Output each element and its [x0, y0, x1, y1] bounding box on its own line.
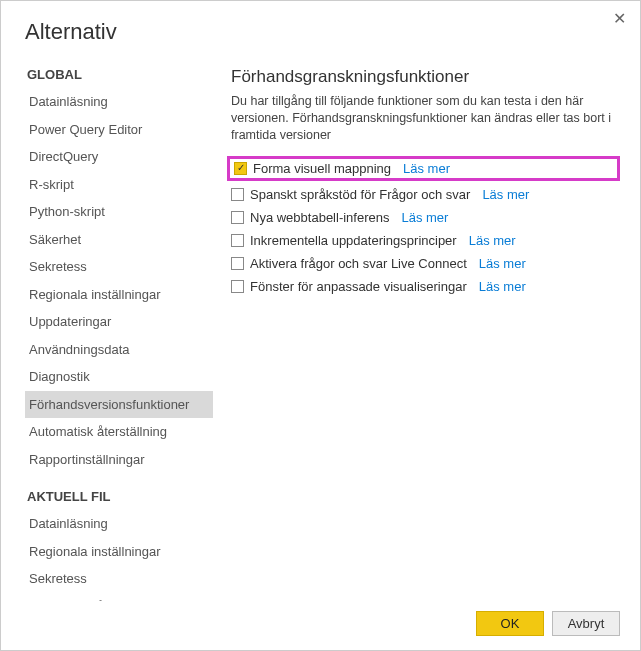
feature-row: ✓Forma visuell mappningLäs mer — [227, 156, 620, 181]
feature-checkbox[interactable] — [231, 211, 244, 224]
sidebar-item[interactable]: Sekretess — [25, 565, 213, 593]
feature-label: Spanskt språkstöd för Frågor och svar — [250, 187, 470, 202]
sidebar-item[interactable]: DirectQuery — [25, 143, 213, 171]
sidebar-list: DatainläsningRegionala inställningarSekr… — [25, 510, 213, 601]
sidebar-item[interactable]: Sekretess — [25, 253, 213, 281]
sidebar-section-header: GLOBAL — [25, 67, 213, 82]
feature-label: Forma visuell mappning — [253, 161, 391, 176]
feature-checkbox[interactable]: ✓ — [234, 162, 247, 175]
feature-row: Fönster för anpassade visualiseringarLäs… — [231, 275, 620, 298]
learn-more-link[interactable]: Läs mer — [482, 187, 529, 202]
feature-checkbox[interactable] — [231, 188, 244, 201]
sidebar-item[interactable]: Förhandsversionsfunktioner — [25, 391, 213, 419]
sidebar-item[interactable]: Säkerhet — [25, 226, 213, 254]
sidebar-item[interactable]: Datainläsning — [25, 88, 213, 116]
dialog-body: GLOBALDatainläsningPower Query EditorDir… — [25, 67, 620, 601]
feature-list: ✓Forma visuell mappningLäs merSpanskt sp… — [231, 156, 620, 298]
sidebar-item[interactable]: Diagnostik — [25, 363, 213, 391]
options-dialog: ✕ Alternativ GLOBALDatainläsningPower Qu… — [1, 1, 640, 650]
content-pane: Förhandsgranskningsfunktioner Du har til… — [213, 67, 620, 601]
sidebar-list: DatainläsningPower Query EditorDirectQue… — [25, 88, 213, 473]
feature-checkbox[interactable] — [231, 234, 244, 247]
dialog-footer: OK Avbryt — [25, 611, 620, 636]
learn-more-link[interactable]: Läs mer — [479, 256, 526, 271]
feature-label: Aktivera frågor och svar Live Connect — [250, 256, 467, 271]
sidebar-item[interactable]: R-skript — [25, 171, 213, 199]
sidebar: GLOBALDatainläsningPower Query EditorDir… — [25, 67, 213, 601]
cancel-button[interactable]: Avbryt — [552, 611, 620, 636]
feature-row: Aktivera frågor och svar Live ConnectLäs… — [231, 252, 620, 275]
sidebar-item[interactable]: Power Query Editor — [25, 116, 213, 144]
feature-label: Inkrementella uppdateringsprinciper — [250, 233, 457, 248]
sidebar-item[interactable]: Datainläsning — [25, 510, 213, 538]
feature-label: Fönster för anpassade visualiseringar — [250, 279, 467, 294]
dialog-title: Alternativ — [25, 19, 620, 45]
feature-checkbox[interactable] — [231, 280, 244, 293]
sidebar-item[interactable]: Python-skript — [25, 198, 213, 226]
sidebar-item[interactable]: Regionala inställningar — [25, 281, 213, 309]
ok-button[interactable]: OK — [476, 611, 544, 636]
feature-row: Inkrementella uppdateringsprinciperLäs m… — [231, 229, 620, 252]
feature-row: Nya webbtabell-inferensLäs mer — [231, 206, 620, 229]
learn-more-link[interactable]: Läs mer — [401, 210, 448, 225]
sidebar-item[interactable]: Regionala inställningar — [25, 538, 213, 566]
feature-label: Nya webbtabell-inferens — [250, 210, 389, 225]
content-heading: Förhandsgranskningsfunktioner — [231, 67, 620, 87]
sidebar-section-header: AKTUELL FIL — [25, 489, 213, 504]
sidebar-item[interactable]: Automatisk återställning — [25, 593, 213, 602]
sidebar-item[interactable]: Uppdateringar — [25, 308, 213, 336]
learn-more-link[interactable]: Läs mer — [469, 233, 516, 248]
content-description: Du har tillgång till följande funktioner… — [231, 93, 620, 144]
sidebar-item[interactable]: Användningsdata — [25, 336, 213, 364]
sidebar-item[interactable]: Automatisk återställning — [25, 418, 213, 446]
feature-checkbox[interactable] — [231, 257, 244, 270]
learn-more-link[interactable]: Läs mer — [403, 161, 450, 176]
learn-more-link[interactable]: Läs mer — [479, 279, 526, 294]
close-icon[interactable]: ✕ — [613, 11, 626, 27]
feature-row: Spanskt språkstöd för Frågor och svarLäs… — [231, 183, 620, 206]
sidebar-item[interactable]: Rapportinställningar — [25, 446, 213, 474]
